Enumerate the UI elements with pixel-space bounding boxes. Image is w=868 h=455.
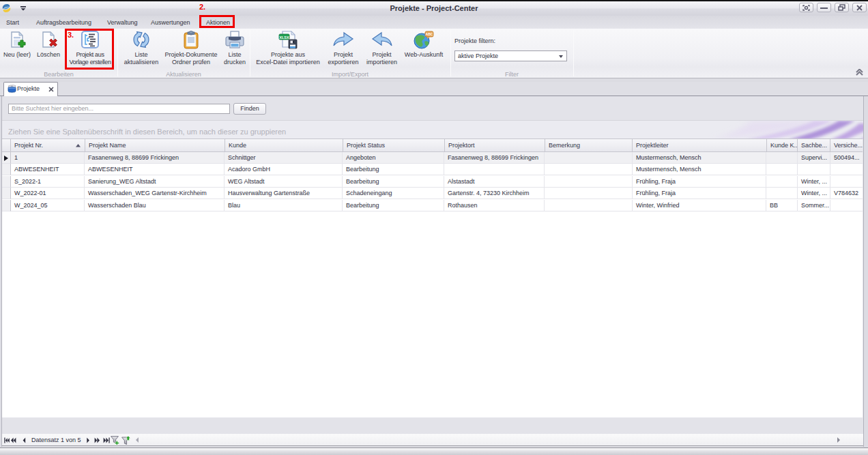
svg-text:XLSX: XLSX (279, 35, 289, 40)
svg-text:ABC: ABC (426, 32, 433, 36)
